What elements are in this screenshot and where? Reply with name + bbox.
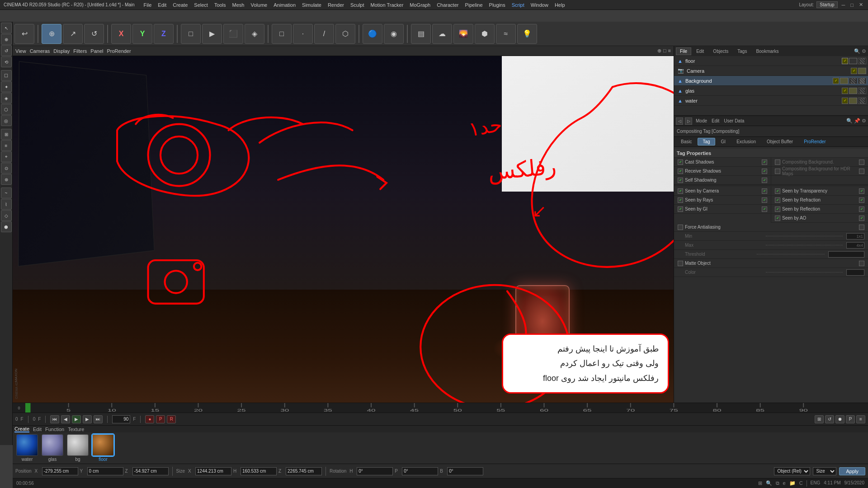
tb-poly-mode[interactable]: ⬡ (335, 24, 355, 44)
mat-tab-function[interactable]: Function (45, 427, 64, 432)
attr-pin-icon[interactable]: 📌 (854, 118, 860, 124)
tb-rotate[interactable]: ↺ (84, 24, 104, 44)
taskbar-c4d[interactable]: C (799, 480, 803, 487)
mat-tab-edit[interactable]: Edit (33, 427, 42, 432)
vp-filters[interactable]: Filters (73, 48, 87, 54)
menu-window[interactable]: Window (531, 2, 548, 8)
tb-x-axis[interactable]: X (111, 24, 131, 44)
mat-tab-create[interactable]: Create (14, 426, 29, 432)
attr-tab-basic[interactable]: Basic (676, 138, 697, 145)
taskbar-taskview[interactable]: ⧉ (776, 480, 779, 487)
mat-ball-floor[interactable] (92, 434, 114, 456)
tb-floor[interactable]: ▤ (411, 24, 431, 44)
z-pos-input[interactable] (132, 467, 169, 475)
pb-step-back[interactable]: ◀ (61, 415, 70, 423)
obj-settings-icon[interactable]: ⚙ (862, 48, 866, 54)
compositing-bg-hdr-check[interactable] (775, 169, 780, 174)
taskbar-search[interactable]: 🔍 (766, 480, 772, 487)
pb-record-pos[interactable]: P (156, 415, 165, 423)
tb-edge-mode[interactable]: / (314, 24, 334, 44)
tb-object-mode[interactable]: □ (272, 24, 292, 44)
menu-edit[interactable]: Edit (158, 2, 166, 8)
seen-by-camera-check-right[interactable]: ✓ (762, 188, 767, 194)
viewport[interactable]: View Cameras Display Filters Panel ProRe… (13, 46, 674, 403)
compositing-bg-check-right[interactable] (859, 160, 864, 165)
color-swatch[interactable] (846, 269, 864, 276)
water-tag1[interactable] (849, 98, 857, 104)
pb-btn-scheme[interactable]: P (846, 415, 855, 423)
seen-by-reflection-check-right[interactable]: ✓ (859, 206, 864, 212)
compositing-bg-check[interactable] (775, 160, 780, 165)
tool-motion[interactable]: ◇ (1, 210, 12, 221)
receive-shadows-check-right[interactable]: ✓ (762, 169, 767, 174)
force-aa-check-right[interactable] (859, 225, 864, 230)
matte-object-check[interactable] (678, 261, 683, 266)
tool-model[interactable]: ☐ (1, 70, 12, 81)
tool-camera[interactable]: ⊙ (1, 163, 12, 174)
mat-item-bg[interactable]: bg (67, 434, 89, 462)
window-minimize[interactable]: ─ (840, 2, 847, 8)
taskbar-start[interactable]: ⊞ (758, 480, 762, 487)
seen-by-reflection-check[interactable]: ✓ (775, 206, 780, 212)
tool-poly[interactable]: ◎ (1, 115, 12, 126)
vp-icon-expand[interactable]: ⊕ (657, 48, 661, 54)
tb-solo[interactable]: ◉ (384, 24, 404, 44)
tool-light[interactable]: ⊛ (1, 174, 12, 185)
tb-move[interactable]: ⊕ (42, 24, 61, 44)
matte-object-check-right[interactable] (859, 261, 864, 266)
pb-frame-input[interactable] (112, 415, 130, 423)
pb-go-start[interactable]: ⏮ (50, 415, 59, 423)
mat-ball-glas[interactable] (42, 434, 63, 456)
obj-tab-tags[interactable]: Tags (733, 47, 751, 55)
threshold-input[interactable] (828, 251, 864, 258)
vp-display[interactable]: Display (53, 48, 70, 54)
tb-render-view[interactable]: ▶ (202, 24, 222, 44)
tb-render-region[interactable]: □ (181, 24, 201, 44)
vp-icon-settings[interactable]: ≡ (668, 48, 671, 54)
menu-mograph[interactable]: MoGraph (410, 2, 430, 8)
obj-search-icon[interactable]: 🔍 (854, 48, 860, 54)
mat-item-water[interactable]: water (16, 434, 38, 462)
z-size-input[interactable] (286, 467, 322, 475)
bg-tag2[interactable] (849, 78, 857, 84)
menu-motion-tracker[interactable]: Motion Tracker (371, 2, 404, 8)
apply-button[interactable]: Apply (839, 467, 865, 475)
pb-btn-loop[interactable]: ↺ (825, 415, 834, 423)
tool-nurbs[interactable]: ≡ (1, 140, 12, 151)
b-rot-input[interactable] (447, 467, 483, 475)
tb-sky[interactable]: ☁ (432, 24, 452, 44)
max-input[interactable] (846, 242, 864, 249)
camera-ctrl-vis[interactable]: ✓ (851, 68, 857, 74)
seen-by-gi-check-right[interactable]: ✓ (762, 206, 767, 212)
x-size-input[interactable] (195, 467, 231, 475)
tool-point[interactable]: ⬡ (1, 104, 12, 115)
attr-settings-icon[interactable]: ⚙ (862, 118, 866, 124)
glas-ctrl-vis[interactable]: ✓ (842, 88, 848, 94)
tb-snap[interactable]: 🔵 (363, 24, 382, 44)
seen-by-transparency-check[interactable]: ✓ (775, 188, 780, 194)
tool-xref[interactable]: ⬢ (1, 221, 12, 232)
menu-tools[interactable]: Tools (214, 2, 226, 8)
pb-record[interactable]: ● (145, 415, 154, 423)
floor-ctrl-vis[interactable]: ✓ (842, 58, 848, 64)
attr-tab-exclusion[interactable]: Exclusion (731, 138, 761, 145)
tb-y-axis[interactable]: Y (132, 24, 152, 44)
menu-select[interactable]: Select (194, 2, 208, 8)
taskbar-edge[interactable]: e (783, 480, 786, 487)
seen-by-rays-check-right[interactable]: ✓ (762, 197, 767, 203)
attr-nav-fwd[interactable]: ▷ (685, 117, 692, 125)
force-aa-check[interactable] (678, 225, 683, 230)
seen-by-ao-check-right[interactable]: ✓ (859, 216, 864, 221)
attr-tab-tag[interactable]: Tag (698, 138, 715, 145)
tool-select[interactable]: ↖ (1, 23, 12, 33)
tb-env[interactable]: ⬢ (475, 24, 495, 44)
attr-nav-back[interactable]: ◁ (676, 117, 683, 125)
menu-animation[interactable]: Animation (274, 2, 296, 8)
size-mode-dropdown[interactable]: Size Scale (813, 467, 836, 475)
tb-render-full[interactable]: ⬛ (223, 24, 243, 44)
pb-go-end[interactable]: ⏭ (94, 415, 103, 423)
pb-btn-record-mode[interactable]: ⏺ (835, 415, 844, 423)
glas-tag1[interactable] (849, 88, 857, 94)
attr-mode-mode[interactable]: Mode (696, 118, 707, 123)
tb-fog[interactable]: ≈ (496, 24, 516, 44)
